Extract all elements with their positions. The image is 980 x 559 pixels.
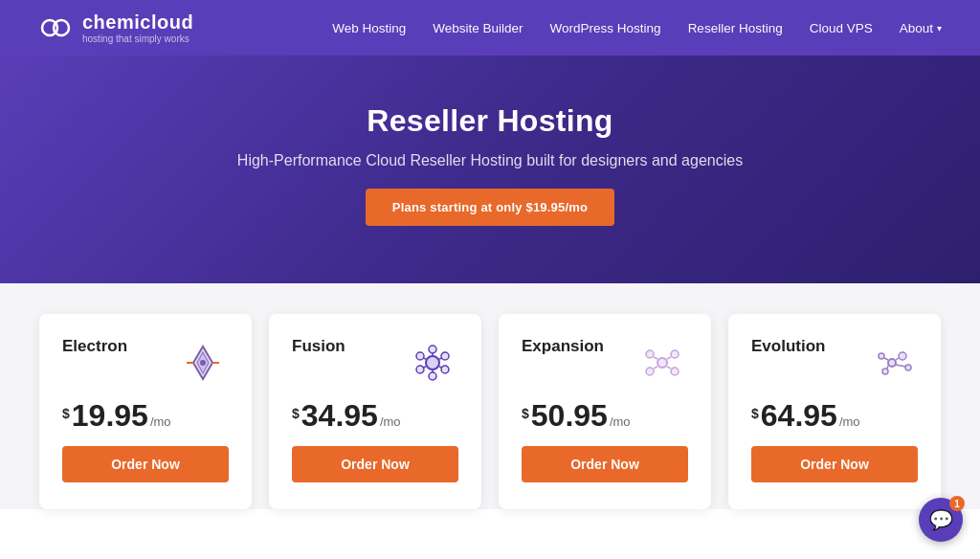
order-button-evolution[interactable]: Order Now (751, 446, 918, 482)
price-amount-evolution: 64.95 (761, 400, 837, 431)
nav-wordpress-hosting[interactable]: WordPress Hosting (550, 21, 661, 35)
svg-point-8 (429, 346, 436, 353)
svg-point-32 (879, 353, 884, 359)
card-top-evolution: Evolution (751, 337, 918, 389)
svg-line-35 (896, 365, 905, 367)
svg-point-1 (54, 20, 69, 35)
price-period-expansion: /mo (610, 414, 631, 429)
price-period-evolution: /mo (839, 414, 860, 429)
svg-point-21 (646, 350, 654, 358)
logo-icon (38, 11, 73, 45)
hero-cta-button[interactable]: Plans starting at only $19.95/mo (366, 189, 614, 226)
order-button-expansion[interactable]: Order Now (522, 446, 688, 482)
plan-name-expansion: Expansion (522, 337, 604, 356)
main-nav: Web Hosting Website Builder WordPress Ho… (332, 21, 942, 35)
nav-reseller-hosting[interactable]: Reseller Hosting (688, 21, 783, 35)
plan-price-electron: $ 19.95 /mo (62, 400, 229, 431)
svg-point-33 (882, 369, 888, 374)
svg-point-31 (905, 365, 911, 370)
logo-name: chemicloud (82, 11, 193, 34)
svg-point-11 (441, 352, 449, 360)
svg-line-37 (887, 366, 888, 369)
svg-point-24 (671, 368, 679, 375)
chat-bubble[interactable]: 💬 1 (919, 498, 963, 542)
order-button-fusion[interactable]: Order Now (292, 446, 458, 482)
price-amount-expansion: 50.95 (531, 400, 608, 431)
svg-point-30 (899, 352, 906, 360)
svg-point-22 (671, 350, 679, 358)
pricing-card-electron: Electron $ 19.95 /mo Order Now (39, 314, 252, 509)
price-dollar-electron: $ (62, 406, 70, 421)
plan-price-fusion: $ 34.95 /mo (292, 400, 458, 431)
price-period-electron: /mo (150, 414, 171, 429)
plan-name-electron: Electron (62, 337, 127, 356)
svg-point-12 (416, 366, 424, 373)
card-top-fusion: Fusion (292, 337, 458, 389)
nav-website-builder[interactable]: Website Builder (433, 21, 523, 35)
nav-web-hosting[interactable]: Web Hosting (332, 21, 406, 35)
card-top-expansion: Expansion (522, 337, 688, 389)
nav-about[interactable]: About ▾ (900, 21, 942, 35)
price-amount-electron: 19.95 (72, 400, 148, 431)
plan-price-expansion: $ 50.95 /mo (522, 400, 688, 431)
svg-point-23 (646, 368, 654, 375)
svg-line-34 (896, 358, 899, 360)
header: chemicloud hosting that simply works Web… (0, 0, 980, 56)
plan-icon-expansion (636, 337, 688, 389)
chevron-down-icon: ▾ (937, 23, 942, 34)
card-top-electron: Electron (62, 337, 229, 389)
pricing-card-evolution: Evolution $ 64.95 /mo Order Now (728, 314, 941, 509)
svg-point-10 (416, 352, 424, 360)
price-dollar-fusion: $ (292, 406, 300, 421)
order-button-electron[interactable]: Order Now (62, 446, 229, 482)
plan-icon-fusion (407, 337, 458, 389)
svg-line-19 (439, 367, 442, 368)
logo-text: chemicloud hosting that simply works (82, 11, 193, 44)
logo-tagline: hosting that simply works (82, 34, 193, 44)
plan-name-evolution: Evolution (751, 337, 825, 356)
logo[interactable]: chemicloud hosting that simply works (38, 11, 193, 45)
hero-subtitle: High-Performance Cloud Reseller Hosting … (237, 152, 743, 169)
svg-line-27 (654, 367, 657, 369)
chat-icon: 💬 (929, 508, 953, 531)
price-period-fusion: /mo (380, 414, 401, 429)
plan-price-evolution: $ 64.95 /mo (751, 400, 918, 431)
price-dollar-evolution: $ (751, 406, 759, 421)
svg-line-36 (884, 358, 888, 360)
svg-line-28 (667, 367, 671, 369)
price-amount-fusion: 34.95 (301, 400, 378, 431)
price-dollar-expansion: $ (522, 406, 529, 421)
svg-line-17 (439, 358, 442, 359)
pricing-section: Electron $ 19.95 /mo Order Now Fusion (0, 283, 980, 509)
pricing-card-expansion: Expansion $ 50.95 /mo Order Now (499, 314, 711, 509)
plan-name-fusion: Fusion (292, 337, 345, 356)
svg-line-16 (423, 358, 426, 359)
chat-badge: 1 (949, 496, 965, 511)
svg-point-6 (200, 360, 206, 366)
svg-line-26 (667, 357, 671, 359)
svg-point-13 (441, 366, 449, 373)
svg-line-18 (423, 367, 426, 368)
nav-cloud-vps[interactable]: Cloud VPS (810, 21, 873, 35)
hero-title: Reseller Hosting (367, 103, 612, 139)
svg-point-29 (888, 359, 896, 367)
plan-icon-electron (177, 337, 229, 389)
plan-icon-evolution (866, 337, 918, 389)
svg-line-25 (654, 357, 657, 359)
svg-point-7 (426, 356, 439, 369)
hero-section: Reseller Hosting High-Performance Cloud … (0, 56, 980, 283)
pricing-card-fusion: Fusion $ 34.95 /mo Order Now (269, 314, 481, 509)
svg-point-9 (429, 372, 436, 380)
svg-point-20 (657, 358, 667, 368)
